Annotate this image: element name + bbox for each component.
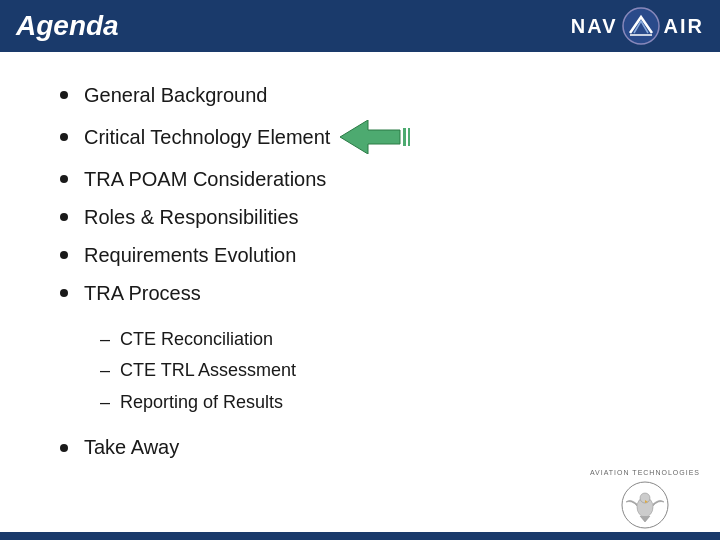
logo-air-text: AIR [664,15,704,38]
take-away-item: Take Away [60,436,660,459]
bullet-dot [60,175,68,183]
sub-dash: – [100,328,110,351]
navair-logo: NAV AIR [571,7,704,45]
logo-nav-text: NAV [571,15,618,38]
footer: AVIATION TECHNOLOGIES [590,469,700,530]
bullet-dot [60,133,68,141]
bullet-text: Roles & Responsibilities [84,204,299,230]
footer-company-text: AVIATION TECHNOLOGIES [590,469,700,476]
svg-rect-4 [408,128,410,146]
list-item: TRA POAM Considerations [60,166,660,192]
list-item: Roles & Responsibilities [60,204,660,230]
bullet-dot [60,289,68,297]
bullet-dot [60,91,68,99]
main-content: General Background Critical Technology E… [0,52,720,479]
bottom-bar [0,532,720,540]
sub-bullet-text: CTE Reconciliation [120,328,273,351]
eagle-emblem-icon [620,480,670,530]
bullet-text: General Background [84,82,267,108]
list-item: Critical Technology Element [60,120,660,154]
sub-bullet-text: Reporting of Results [120,391,283,414]
list-item: – Reporting of Results [100,391,660,414]
svg-point-0 [623,8,659,44]
bullet-text: Requirements Evolution [84,242,296,268]
slide: Agenda NAV AIR General Background Criti [0,0,720,540]
svg-rect-3 [403,128,406,146]
sub-dash: – [100,391,110,414]
bullet-dot [60,213,68,221]
header-bar: Agenda NAV AIR [0,0,720,52]
slide-title: Agenda [16,10,119,42]
list-item: Requirements Evolution [60,242,660,268]
svg-marker-2 [340,120,400,154]
sub-bullet-list: – CTE Reconciliation – CTE TRL Assessmen… [100,328,660,422]
take-away-text: Take Away [84,436,179,459]
list-item: – CTE TRL Assessment [100,359,660,382]
sub-bullet-text: CTE TRL Assessment [120,359,296,382]
navair-wing-icon [622,7,660,45]
arrow-icon [340,120,410,154]
arrow-decoration [340,120,410,154]
list-item: – CTE Reconciliation [100,328,660,351]
bullet-text: Critical Technology Element [84,124,330,150]
bullet-dot [60,251,68,259]
list-item: General Background [60,82,660,108]
sub-dash: – [100,359,110,382]
bullet-text: TRA Process [84,280,201,306]
bullet-list: General Background Critical Technology E… [60,82,660,318]
bullet-dot [60,444,68,452]
bullet-text: TRA POAM Considerations [84,166,326,192]
list-item: TRA Process [60,280,660,306]
